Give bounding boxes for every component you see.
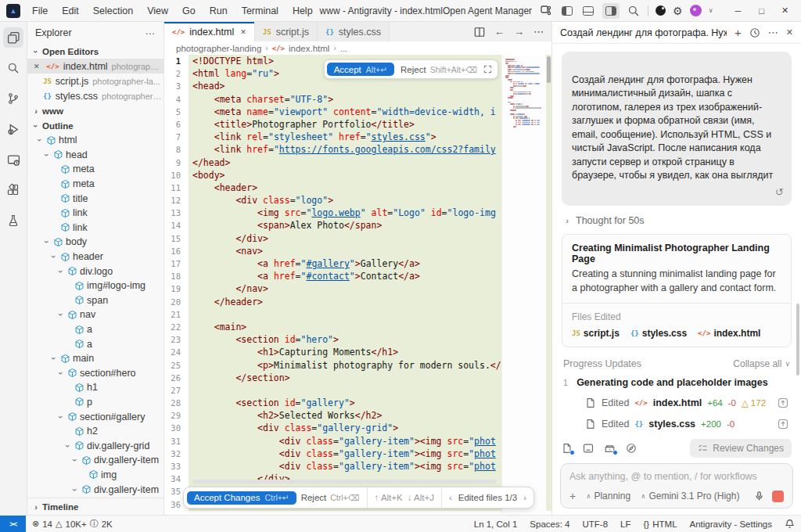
prev-file-icon[interactable]: ‹ [449,493,452,502]
code-line-21[interactable]: 21 [164,308,551,321]
code-line-22[interactable]: 22 <main> [164,321,551,333]
apply-diff-icon[interactable] [778,419,788,430]
outline-item-body[interactable]: ›body [27,235,163,250]
code-line-9[interactable]: 9</head> [164,156,551,169]
next-file-icon[interactable]: › [523,493,526,502]
split-editor-icon[interactable] [474,27,485,38]
close-panel-icon[interactable]: ✕ [786,27,793,38]
close-button[interactable]: ✕ [774,1,797,21]
outline-item-h2[interactable]: ›h2 [27,424,163,439]
outline-item-div-gallery-item[interactable]: ›div.gallery-item [27,453,163,468]
encoding[interactable]: UTF-8 [577,519,615,529]
breadcrumb-more[interactable]: ... [340,44,348,53]
run-debug-icon[interactable] [3,119,23,139]
more-options-icon[interactable]: ⋯ [768,27,778,38]
horizontal-scrollbar[interactable] [192,480,497,483]
edit-row-styles-css[interactable]: Edited{}styles.css+200-0 [585,419,792,430]
reject-changes-button[interactable]: Reject Ctrl+⌫ [301,493,360,502]
reject-button[interactable]: Reject Shift+Alt+⌫ [400,65,477,74]
collapse-all-button[interactable]: Collapse all ∨ [733,358,790,369]
code-line-7[interactable]: 7 <link rel="stylesheet" href="styles.cs… [164,131,551,143]
close-editor-icon[interactable]: ✕ [34,63,41,70]
mode-selector[interactable]: ∧ Planning [586,491,630,501]
more-actions-icon[interactable]: ⋯ [533,26,544,38]
toggle-right-sidebar-icon[interactable] [602,3,620,19]
maximize-button[interactable]: □ [750,1,774,21]
source-control-icon[interactable] [3,88,23,109]
bell-icon[interactable] [778,519,801,529]
code-line-23[interactable]: 23 <section id="hero"> [164,333,551,346]
outline-item-span[interactable]: ›span [27,293,163,308]
open-agent-manager-button[interactable]: Open Agent Manager [443,5,532,16]
code-editor[interactable]: 1<!DOCTYPE html>2<html lang="ru">3<head>… [164,55,551,515]
code-line-32[interactable]: 32 <div class="gallery-item"><img src="p… [164,448,551,460]
testing-icon[interactable] [3,210,23,231]
code-line-3[interactable]: 3<head> [164,80,551,92]
terminal-icon[interactable] [583,443,594,454]
agent-status-icon[interactable] [656,5,666,16]
explorer-icon[interactable] [3,27,23,48]
code-line-28[interactable]: 28 <section id="gallery"> [164,397,551,409]
code-line-13[interactable]: 13 <img src="logo.webp" alt="Logo" id="l… [164,207,551,219]
code-line-30[interactable]: 30 <div class="gallery-grid"> [164,422,551,434]
panel-scrollbar[interactable] [796,304,799,376]
review-changes-button[interactable]: Review Changes [690,439,792,458]
new-conversation-icon[interactable]: + [735,26,742,39]
close-tab-icon[interactable]: ✕ [240,28,246,36]
account-avatar[interactable] [690,5,702,16]
edited-file-chip-index-html[interactable]: </>index.html [698,328,760,339]
apply-diff-icon[interactable] [778,397,788,408]
outline-item-img[interactable]: ›img [27,468,163,483]
history-icon[interactable] [749,27,760,38]
outline-section[interactable]: › Outline [27,118,163,133]
breadcrumb[interactable]: photographer-landing › </> index.html › … [164,41,551,55]
next-change-button[interactable]: ↓ Alt+J [408,493,434,502]
outline-item-main[interactable]: ›main [27,351,163,366]
outline-item-link[interactable]: ›link [27,221,163,235]
code-line-12[interactable]: 12 <div class="logo"> [164,194,551,207]
eol[interactable]: LF [614,519,637,529]
open-editor-styles-css[interactable]: {}styles.cssphotographer-l... [27,88,163,103]
edited-file-chip-styles-css[interactable]: {}styles.css [630,328,687,339]
outline-item-header[interactable]: ›header [27,250,163,264]
outline-item-section-hero[interactable]: ›section#hero [27,366,163,381]
open-editor-index-html[interactable]: ✕</>index.htmlphotographe... [27,59,163,74]
expand-icon[interactable] [483,65,492,74]
open-editor-script-js[interactable]: JSscript.jsphotographer-la... [27,74,163,88]
problems-indicator[interactable]: ⊗ 14 △ 10K+ ⓘ 2K [26,518,119,530]
code-line-26[interactable]: 26 </section> [164,372,551,384]
code-line-4[interactable]: 4 <meta charset="UTF-8"> [164,93,551,106]
outline-item-link[interactable]: ›link [27,206,163,221]
outline-item-div-logo[interactable]: ›div.logo [27,264,163,279]
code-line-19[interactable]: 19 </nav> [164,282,551,295]
outline-item-a[interactable]: ›a [27,336,163,351]
browser-preview-icon[interactable] [626,443,637,454]
code-line-31[interactable]: 31 <div class="gallery-item"><img src="p… [164,435,551,448]
open-editors-section[interactable]: › Open Editors [27,44,163,59]
search-sidebar-icon[interactable] [3,58,23,78]
code-line-11[interactable]: 11 <header> [164,182,551,194]
menu-help[interactable]: Help [286,3,320,19]
tab-script-js[interactable]: JSscript.js [255,22,318,41]
remote-indicator[interactable]: >< [0,516,26,532]
changed-files-icon[interactable] [562,443,573,454]
agent-manager-icon[interactable] [539,4,553,18]
outline-item-div-gallery-grid[interactable]: ›div.gallery-grid [27,438,163,453]
outline-item-h1[interactable]: ›h1 [27,380,163,395]
breadcrumb-folder[interactable]: photographer-landing [176,44,261,53]
menu-edit[interactable]: Edit [55,3,86,19]
model-selector[interactable]: ∧ Gemini 3.1 Pro (High) [641,491,739,501]
edited-file-chip-script-js[interactable]: JSscript.js [572,328,620,339]
minimize-button[interactable]: ─ [727,1,750,21]
vertical-scrollbar[interactable] [547,56,551,83]
gear-icon[interactable]: ⚙ [673,5,683,17]
code-line-29[interactable]: 29 <h2>Selected Works</h2> [164,409,551,422]
cursor-position[interactable]: Ln 1, Col 1 [468,519,524,529]
tab-styles-css[interactable]: {}styles.css [318,22,390,41]
timeline-section[interactable]: › Timeline [27,498,163,515]
toggle-bottom-panel-icon[interactable] [581,4,595,18]
toggle-left-sidebar-icon[interactable] [560,4,574,18]
menu-terminal[interactable]: Terminal [235,3,286,19]
outline-item-section-gallery[interactable]: ›section#gallery [27,409,163,424]
outline-item-nav[interactable]: ›nav [27,307,163,322]
